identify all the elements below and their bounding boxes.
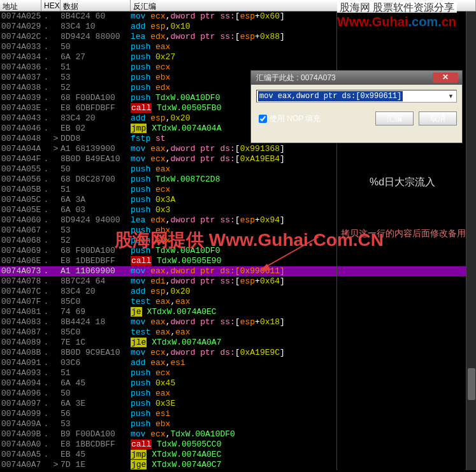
vertical-scrollbar[interactable] bbox=[466, 11, 476, 470]
cancel-button[interactable]: 取消 bbox=[419, 111, 457, 125]
assemble-button[interactable]: 汇编 bbox=[375, 111, 414, 125]
side-text-1: %d日大宗流入 bbox=[370, 176, 435, 189]
scrollbar-thumb[interactable] bbox=[468, 368, 475, 400]
nop-fill-checkbox[interactable] bbox=[259, 115, 267, 123]
header-hex[interactable]: HEX bbox=[41, 0, 61, 11]
nop-fill-label: 使用 NOP 填充 bbox=[270, 113, 321, 124]
assemble-dialog[interactable]: 汇编于此处 : 0074A073 ✕ mov eax,dword ptr ds:… bbox=[250, 70, 463, 143]
dialog-titlebar[interactable]: 汇编于此处 : 0074A073 ✕ bbox=[251, 71, 462, 85]
dropdown-icon[interactable]: ▼ bbox=[447, 93, 455, 99]
close-button[interactable]: ✕ bbox=[433, 73, 458, 83]
dialog-title-text: 汇编于此处 : 0074A073 bbox=[256, 73, 336, 83]
watermark-top: 股海网 股票软件资源分享 Www.Guhai.com.cn bbox=[337, 1, 471, 29]
header-addr[interactable]: 地址 bbox=[0, 0, 41, 11]
assembly-input[interactable]: mov eax,dword ptr ds:[0x990611] ▼ bbox=[256, 90, 457, 103]
side-text-2: 拷贝这一行的内容后面修改备用 bbox=[341, 228, 466, 240]
header-data[interactable]: 数据 bbox=[61, 0, 131, 11]
